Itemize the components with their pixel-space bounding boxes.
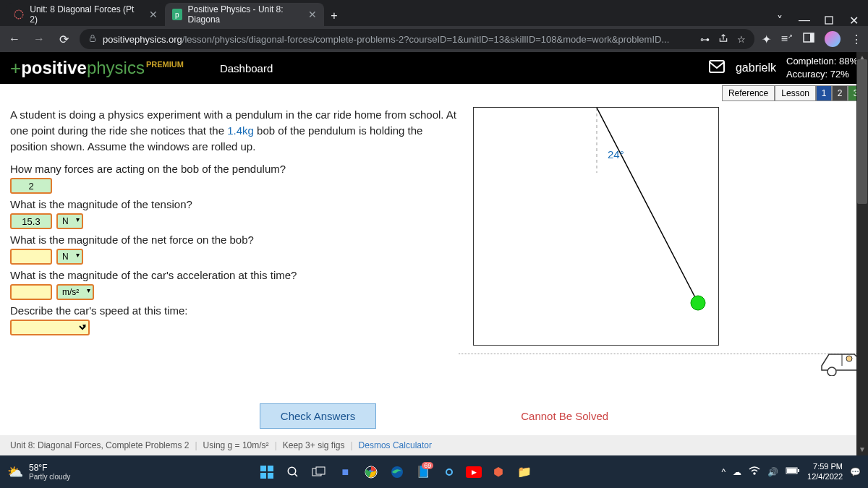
reference-button[interactable]: Reference (722, 85, 775, 101)
app-icon[interactable]: 📘69 (414, 463, 433, 481)
key-icon[interactable]: ⊶ (700, 34, 710, 45)
unit-2-select[interactable]: N (56, 213, 83, 229)
svg-rect-15 (260, 473, 266, 479)
url-path: /lesson/physics/diagonal-forces/complete… (182, 34, 669, 45)
svg-rect-1 (825, 17, 833, 24)
volume-icon[interactable]: 🔊 (767, 467, 778, 477)
footer-unit: Unit 8: Diagonal Forces, Complete Proble… (10, 440, 189, 450)
user-name[interactable]: gabrielk (736, 61, 776, 74)
road-line (459, 354, 868, 354)
badge: 69 (422, 462, 433, 469)
explorer-icon[interactable]: 📁 (515, 463, 534, 481)
check-answers-button[interactable]: Check Answers (260, 403, 376, 429)
menu-icon[interactable]: ⋮ (851, 33, 862, 46)
weather-widget[interactable]: ⛅ 58°F Partly cloudy (7, 463, 70, 481)
task-view-icon[interactable] (310, 463, 328, 481)
side-panel-icon[interactable] (803, 33, 814, 46)
question-3: What is the magnitude of the net force o… (10, 234, 459, 246)
svg-point-17 (289, 467, 297, 475)
chrome-icon[interactable] (362, 463, 380, 481)
footer-sigfigs: Keep 3+ sig figs (283, 440, 345, 450)
time-text: 7:59 PM (807, 462, 843, 471)
mail-icon[interactable] (708, 59, 726, 77)
svg-line-7 (597, 108, 698, 303)
start-icon[interactable] (258, 463, 276, 481)
edge-icon[interactable] (388, 463, 407, 481)
svg-rect-14 (268, 466, 273, 471)
lesson-button[interactable]: Lesson (775, 85, 816, 101)
svg-rect-16 (268, 473, 273, 479)
cannot-solve-button[interactable]: Cannot Be Solved (521, 410, 608, 422)
url-host: positivephysics.org (103, 34, 182, 45)
lock-icon (88, 34, 97, 45)
svg-point-24 (754, 473, 755, 474)
svg-rect-5 (710, 61, 724, 72)
search-icon[interactable] (284, 463, 302, 481)
problem-intro: A student is doing a physics experiment … (10, 107, 459, 154)
answer-5-select[interactable] (10, 320, 90, 335)
problem-2-button[interactable]: 2 (832, 85, 848, 101)
vertical-scrollbar[interactable]: ▲ ▼ (856, 52, 868, 455)
tab-title: Positive Physics - Unit 8: Diagona (188, 4, 298, 25)
minimize-icon[interactable]: — (799, 14, 810, 26)
tab-inactive[interactable]: Unit: 8 Diagonal Forces (Pt 2) ✕ (6, 3, 165, 26)
favicon-icon (13, 9, 24, 20)
forward-button[interactable]: → (30, 30, 48, 48)
youtube-icon[interactable]: ▶ (466, 466, 482, 478)
close-icon[interactable]: ✕ (308, 9, 317, 20)
maximize-icon[interactable] (823, 14, 835, 26)
address-bar[interactable]: positivephysics.org/lesson/physics/diago… (80, 29, 754, 49)
svg-rect-4 (810, 33, 814, 42)
page-footer: Unit 8: Diagonal Forces, Complete Proble… (0, 435, 868, 455)
weather-temp: 58°F (29, 463, 70, 473)
question-2: What is the magnitude of the tension? (10, 198, 459, 210)
wifi-icon[interactable] (749, 466, 760, 477)
office-icon[interactable]: ⬢ (489, 463, 508, 481)
svg-rect-20 (316, 467, 325, 474)
profile-avatar[interactable] (825, 31, 841, 47)
back-button[interactable]: ← (6, 30, 23, 48)
battery-icon[interactable] (786, 466, 800, 477)
question-1: How many forces are acting on the bob of… (10, 163, 459, 175)
reading-list-icon[interactable]: ≡↗ (781, 33, 793, 46)
tab-active[interactable]: p Positive Physics - Unit 8: Diagona ✕ (165, 3, 324, 26)
scroll-thumb[interactable] (857, 59, 867, 204)
close-window-icon[interactable]: ✕ (848, 14, 859, 26)
notifications-icon[interactable]: 💬 (850, 467, 861, 477)
star-icon[interactable]: ☆ (737, 34, 746, 45)
cloud-icon[interactable]: ☁ (733, 467, 741, 477)
svg-point-8 (691, 296, 705, 310)
clock[interactable]: 7:59 PM 12/4/2022 (807, 462, 843, 481)
svg-point-0 (14, 10, 23, 19)
footer-gravity: Using g = 10m/s² (203, 440, 269, 450)
close-icon[interactable]: ✕ (149, 9, 158, 20)
chevron-up-icon[interactable]: ^ (721, 467, 726, 477)
pendulum-diagram: 24° (473, 107, 719, 346)
cortana-icon[interactable] (440, 463, 459, 481)
svg-point-11 (827, 367, 836, 376)
svg-rect-2 (90, 38, 95, 41)
weather-cond: Partly cloudy (29, 473, 70, 481)
unit-3-select[interactable]: N (56, 249, 83, 265)
answer-2-input[interactable] (10, 213, 52, 229)
camera-icon[interactable]: ■ (336, 463, 354, 481)
chevron-down-icon[interactable]: ˅ (774, 14, 786, 26)
new-tab-button[interactable]: + (324, 6, 344, 26)
unit-4-select[interactable]: m/s² (56, 284, 94, 300)
weather-icon: ⛅ (7, 464, 23, 480)
svg-rect-27 (787, 468, 796, 473)
answer-4-input[interactable] (10, 284, 52, 300)
desmos-link[interactable]: Desmos Calculator (359, 440, 432, 450)
scroll-down-icon[interactable]: ▼ (856, 444, 868, 455)
tab-title: Unit: 8 Diagonal Forces (Pt 2) (30, 4, 139, 25)
answer-3-input[interactable] (10, 249, 52, 265)
answer-1-input[interactable] (10, 178, 52, 194)
date-text: 12/4/2022 (807, 472, 843, 481)
reload-button[interactable]: ⟳ (55, 30, 72, 48)
dashboard-link[interactable]: Dashboard (220, 62, 273, 74)
problem-1-button[interactable]: 1 (816, 85, 832, 101)
share-icon[interactable] (718, 33, 728, 46)
logo[interactable]: +positivephysicsPREMIUM (10, 57, 184, 80)
completion-text: Completion: 88% (786, 55, 858, 68)
extensions-icon[interactable]: ✦ (762, 33, 771, 46)
